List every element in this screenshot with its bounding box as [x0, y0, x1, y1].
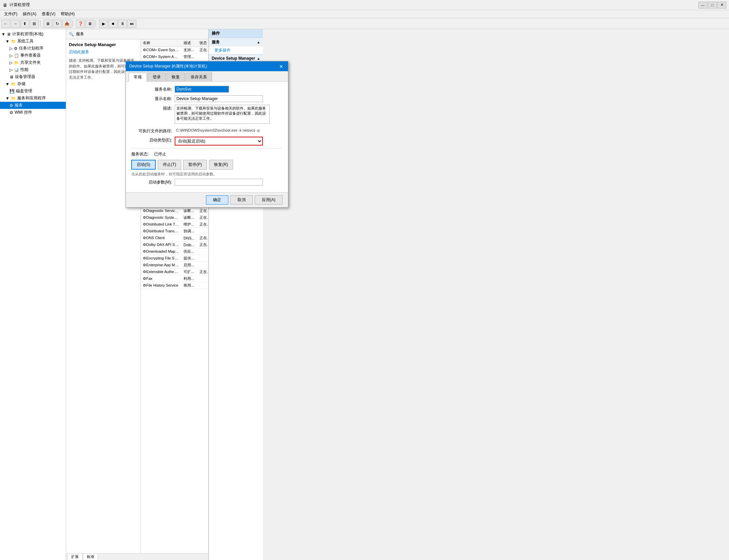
- collapse-icon: ▼: [5, 82, 9, 86]
- sidebar-item-root[interactable]: ▼ 🖥 计算机管理(本地): [0, 31, 66, 38]
- col-desc[interactable]: 描述: [181, 39, 197, 47]
- menu-view[interactable]: 查看(V): [39, 11, 58, 18]
- sidebar-item-device-manager[interactable]: 🖥 设备管理器: [0, 73, 66, 80]
- table-row[interactable]: ⚙Encrypting File System (EFS)提供...: [141, 255, 208, 262]
- table-row[interactable]: ⚙Dolby DAX API ServiceDolb...正在...: [141, 242, 208, 248]
- sidebar-item-performance[interactable]: ▷ 📊 性能: [0, 66, 66, 73]
- export-button[interactable]: 📤: [62, 20, 71, 28]
- sidebar-item-services-apps[interactable]: ▼ 📁 服务和应用程序: [0, 95, 66, 102]
- sidebar-item-event-viewer[interactable]: ▷ 📋 事件查看器: [0, 52, 66, 59]
- table-row[interactable]: ⚙Diagnostic System Host诊断...正在...: [141, 214, 208, 221]
- show-hide-button[interactable]: ⊞: [30, 20, 39, 28]
- dialog-tab-dependencies[interactable]: 依存关系: [186, 73, 212, 81]
- sidebar-item-task-scheduler[interactable]: ▷ ⚙ 任务计划程序: [0, 45, 66, 52]
- help-button[interactable]: ❓: [76, 20, 85, 28]
- table-cell: [197, 275, 208, 282]
- start-param-input[interactable]: [175, 179, 263, 186]
- sidebar-item-disk-mgmt[interactable]: 💾 磁盘管理: [0, 88, 66, 95]
- service-control-buttons: 启动(S) 停止(T) 暂停(P) 恢复(R): [131, 160, 283, 170]
- tab-standard[interactable]: 标准: [83, 553, 98, 560]
- service-name-input[interactable]: [175, 86, 229, 93]
- play-button[interactable]: ▶: [99, 20, 108, 28]
- icon: 📁: [11, 96, 16, 101]
- resume-service-button[interactable]: 恢复(R): [209, 160, 233, 170]
- table-row[interactable]: ⚙Enterprise App Manageme...启用...: [141, 262, 208, 269]
- pause-service-button[interactable]: 暂停(P): [183, 160, 207, 170]
- table-row[interactable]: ⚙COM+ Event System支持...正在...自动本地服务: [141, 47, 208, 54]
- sidebar-item-wmi[interactable]: ⚙ WMI 控件: [0, 109, 66, 116]
- dialog-tab-logon[interactable]: 登录: [148, 73, 166, 81]
- arrow-icon: ▷: [9, 46, 13, 51]
- table-cell: 提供...: [181, 255, 197, 262]
- table-row[interactable]: ⚙Extensible Authentication ...可扩...正在...: [141, 269, 208, 275]
- display-name-input[interactable]: [175, 95, 263, 102]
- close-button[interactable]: ✕: [717, 2, 726, 8]
- description-textarea[interactable]: 支持检测、下载和安装与设备相关的软件。如果此服务被禁用，则可能使用过期软件对设备…: [175, 105, 270, 124]
- stop-button[interactable]: ■: [109, 20, 117, 28]
- table-cell: DNS...: [181, 235, 197, 242]
- tab-expand[interactable]: 扩展: [68, 553, 82, 560]
- col-status[interactable]: 状态: [197, 39, 208, 47]
- sidebar-item-shared-folders[interactable]: ▷ 📁 共享文件夹: [0, 59, 66, 66]
- sidebar: ▼ 🖥 计算机管理(本地) ▼ 📁 系统工具 ▷ ⚙ 任务计划程序 ▷ 📋 事件…: [0, 29, 66, 560]
- table-cell: 正在...: [197, 221, 208, 228]
- table-cell: 正在...: [197, 235, 208, 242]
- actions-more-services[interactable]: 更多操作: [209, 46, 263, 54]
- startup-type-value: 自动 自动(延迟启动) 手动 禁用: [175, 137, 283, 146]
- table-row[interactable]: ⚙COM+ System Application管理...手动本地系统: [141, 54, 208, 60]
- icon: ⚙: [9, 110, 13, 115]
- new-window-button[interactable]: 🖥: [43, 20, 52, 28]
- cancel-button[interactable]: 取消: [230, 195, 253, 205]
- table-row[interactable]: ⚙File History Service将用...手动(触发...本地系统: [141, 282, 208, 289]
- dialog-tab-recovery[interactable]: 恢复: [167, 73, 185, 81]
- minimize-button[interactable]: —: [698, 2, 707, 8]
- detail-service-title: Device Setup Manager: [69, 42, 138, 47]
- table-row[interactable]: ⚙Diagnostic Service Host诊断...正在...: [141, 208, 208, 214]
- refresh-button[interactable]: ↻: [53, 20, 62, 28]
- startup-type-select[interactable]: 自动 自动(延迟启动) 手动 禁用: [175, 137, 263, 146]
- apply-button[interactable]: 应用(A): [255, 195, 283, 205]
- table-row[interactable]: ⚙Distributed Link Tracking C...维护...正在..…: [141, 221, 208, 228]
- table-row[interactable]: ⚙Distributed Transaction Co...协调...: [141, 228, 208, 235]
- dialog-tab-general[interactable]: 常规: [129, 73, 147, 82]
- service-name-label: 服务名称:: [131, 86, 172, 92]
- actions-section-title-services[interactable]: 服务 ▲: [209, 38, 263, 46]
- table-cell: 启用...: [181, 262, 197, 269]
- table-cell: ⚙DNS Client: [141, 235, 181, 242]
- table-cell: 维护...: [181, 221, 197, 228]
- col-name[interactable]: 名称: [141, 39, 181, 47]
- row-icon: ⚙: [143, 209, 146, 213]
- table-row[interactable]: ⚙DNS ClientDNS...正在...: [141, 235, 208, 242]
- section-label: 服务: [212, 39, 220, 45]
- menu-help[interactable]: 帮助(H): [58, 11, 77, 18]
- actions-section-services: 服务 ▲ 更多操作: [209, 38, 263, 55]
- icon: 💾: [9, 89, 15, 94]
- forward-button[interactable]: →: [11, 20, 20, 28]
- maximize-button[interactable]: □: [708, 2, 717, 8]
- collapse-icon: ▼: [5, 96, 9, 101]
- computer-button[interactable]: 🖥: [85, 20, 94, 28]
- stop-service-button[interactable]: 停止(T): [158, 160, 181, 170]
- sidebar-item-storage[interactable]: ▼ 📁 存储: [0, 80, 66, 88]
- row-icon: ⚙: [143, 222, 146, 226]
- start-service-button[interactable]: 启动(S): [131, 160, 156, 170]
- back-button[interactable]: ←: [1, 20, 10, 28]
- table-row[interactable]: ⚙Downloaded Maps Manager供应...: [141, 248, 208, 255]
- icon: 📋: [14, 53, 19, 58]
- start-service-link[interactable]: 启动此服务: [69, 50, 89, 54]
- menu-file[interactable]: 文件(F): [1, 11, 20, 18]
- sidebar-item-services[interactable]: ⚙ 服务: [0, 102, 66, 109]
- menu-action[interactable]: 操作(A): [20, 11, 39, 18]
- dialog-tabs: 常规 登录 恢复 依存关系: [126, 71, 288, 82]
- executable-row: 可执行文件的路径: C:\WINDOWS\system32\svchost.ex…: [131, 128, 283, 134]
- table-row[interactable]: ⚙Fax利用...手动网络服务: [141, 275, 208, 282]
- ok-button[interactable]: 确定: [206, 195, 228, 205]
- startup-type-label: 启动类型(E):: [131, 137, 172, 143]
- sidebar-item-system-tools[interactable]: ▼ 📁 系统工具: [0, 38, 66, 45]
- dialog-close-button[interactable]: ✕: [278, 64, 285, 69]
- up-button[interactable]: ⬆: [20, 20, 29, 28]
- pause-button[interactable]: ⏸: [118, 20, 127, 28]
- properties-dialog[interactable]: Device Setup Manager 的属性(本地计算机) ✕ 常规 登录 …: [126, 61, 288, 208]
- icon: ⚙: [14, 46, 18, 51]
- skip-button[interactable]: ⏭: [128, 20, 136, 28]
